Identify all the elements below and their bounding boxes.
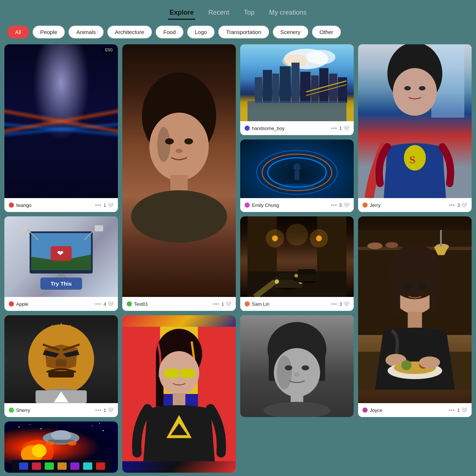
avatar [362, 408, 368, 413]
heart-icon[interactable]: 🤍 [225, 301, 231, 307]
card-image [4, 315, 118, 403]
svg-point-119 [263, 402, 331, 417]
heart-icon[interactable]: 🤍 [343, 202, 349, 208]
card-joyce[interactable]: Joyce ••• 1 🤍 [358, 216, 472, 417]
card-username: Sherry [16, 408, 93, 413]
tab-explore[interactable]: Explore [168, 7, 195, 20]
svg-text:S: S [409, 153, 416, 166]
card-image [240, 140, 354, 198]
svg-point-69 [386, 242, 398, 248]
heart-icon[interactable]: 🤍 [461, 407, 467, 413]
avatar [9, 301, 14, 306]
card-likes: 5 🤍 [339, 202, 349, 208]
card-apple[interactable]: ❤ Try This Apple ••• 4 🤍 [4, 216, 118, 311]
svg-rect-141 [96, 462, 105, 470]
card-image [122, 44, 236, 297]
tab-recent[interactable]: Recent [207, 7, 231, 20]
card-footer: Joyce ••• 1 🤍 [358, 403, 472, 417]
card-dots[interactable]: ••• [449, 202, 455, 208]
card-username: Test01 [134, 301, 211, 307]
avatar [245, 301, 250, 306]
card-image: S [358, 44, 472, 198]
card-dots[interactable]: ••• [331, 202, 337, 208]
card-image [240, 44, 354, 121]
svg-rect-139 [70, 462, 79, 470]
card-dots[interactable]: ••• [213, 301, 219, 307]
try-this-overlay[interactable]: Try This [40, 278, 82, 290]
heart-icon[interactable]: 🤍 [107, 202, 114, 208]
svg-rect-90 [48, 371, 74, 378]
svg-point-9 [306, 50, 335, 64]
card-test01[interactable]: Test01 ••• 1 🤍 [122, 44, 236, 311]
card-sam-lin[interactable]: Sam Lin ••• 3 🤍 [240, 216, 354, 311]
heart-icon[interactable]: 🤍 [107, 407, 114, 413]
card-image [240, 315, 354, 417]
filter-all[interactable]: All [7, 26, 29, 38]
heart-icon[interactable]: 🤍 [343, 301, 349, 307]
card-footer: Test01 ••• 1 🤍 [122, 297, 236, 311]
svg-point-68 [367, 242, 382, 249]
svg-rect-21 [248, 101, 346, 121]
card-iwango[interactable]: ESG Iwango ••• 1 🤍 [4, 44, 118, 212]
svg-point-54 [266, 229, 284, 248]
svg-point-34 [293, 163, 301, 171]
card-image [358, 216, 472, 403]
heart-icon[interactable]: 🤍 [107, 301, 114, 307]
tab-top[interactable]: Top [242, 7, 256, 20]
svg-rect-138 [57, 462, 67, 470]
card-dots[interactable]: ••• [331, 126, 337, 131]
card-footer: Apple ••• 4 🤍 [4, 297, 118, 311]
card-handsome-boy[interactable]: handsome_boy ••• 1 🤍 [240, 44, 354, 135]
filter-scenery[interactable]: Scenery [273, 26, 308, 38]
card-sherry[interactable]: Sherry ••• 1 🤍 [4, 315, 118, 417]
svg-rect-75 [392, 280, 400, 314]
svg-point-5 [184, 138, 193, 145]
svg-point-65 [286, 224, 308, 246]
card-image [240, 216, 354, 297]
card-image [122, 315, 236, 473]
heart-icon[interactable]: 🤍 [461, 202, 467, 208]
tab-my-creations[interactable]: My creations [268, 7, 308, 20]
card-dots[interactable]: ••• [449, 408, 455, 413]
filter-architecture[interactable]: Architecture [107, 26, 152, 38]
card-dots[interactable]: ••• [95, 408, 101, 413]
heart-icon[interactable]: 🤍 [343, 125, 349, 131]
svg-rect-89 [56, 359, 67, 367]
svg-rect-11 [255, 77, 262, 103]
svg-point-120 [19, 427, 20, 428]
card-woman-bw[interactable] [240, 315, 354, 417]
filter-food[interactable]: Food [156, 26, 183, 38]
svg-point-55 [310, 229, 328, 248]
svg-rect-15 [291, 63, 300, 103]
card-dots[interactable]: ••• [95, 301, 101, 307]
card-likes: 1 🤍 [104, 407, 114, 413]
svg-point-83 [401, 360, 412, 371]
card-footer: Iwango ••• 1 🤍 [4, 198, 118, 212]
card-footer: Sam Lin ••• 3 🤍 [240, 297, 354, 311]
card-superhero-woman[interactable] [122, 315, 236, 473]
card-username: Apple [16, 301, 93, 307]
svg-point-26 [393, 68, 437, 116]
svg-rect-16 [300, 72, 310, 103]
card-likes: 3 🤍 [339, 301, 349, 307]
filter-other[interactable]: Other [312, 26, 341, 38]
avatar [362, 202, 368, 208]
svg-point-85 [419, 356, 440, 368]
card-username: handsome_boy [252, 126, 329, 131]
card-dots[interactable]: ••• [95, 202, 101, 208]
card-username: Emily Chung [252, 202, 329, 208]
card-jerry[interactable]: S Jerry ••• 3 🤍 [358, 44, 472, 212]
filter-logo[interactable]: Logo [187, 26, 215, 38]
card-likes: 4 🤍 [104, 301, 114, 307]
card-emily-chung[interactable]: Emily Chung ••• 5 🤍 [240, 140, 354, 212]
filter-transportation[interactable]: Transportation [218, 26, 269, 38]
svg-rect-14 [280, 66, 291, 103]
card-space[interactable] [4, 421, 118, 473]
card-image: ❤ Try This [4, 216, 118, 297]
svg-point-7 [157, 127, 170, 162]
svg-point-6 [175, 149, 182, 153]
svg-point-117 [294, 372, 300, 376]
filter-animals[interactable]: Animals [68, 26, 103, 38]
card-dots[interactable]: ••• [331, 301, 337, 307]
filter-people[interactable]: People [33, 26, 65, 38]
